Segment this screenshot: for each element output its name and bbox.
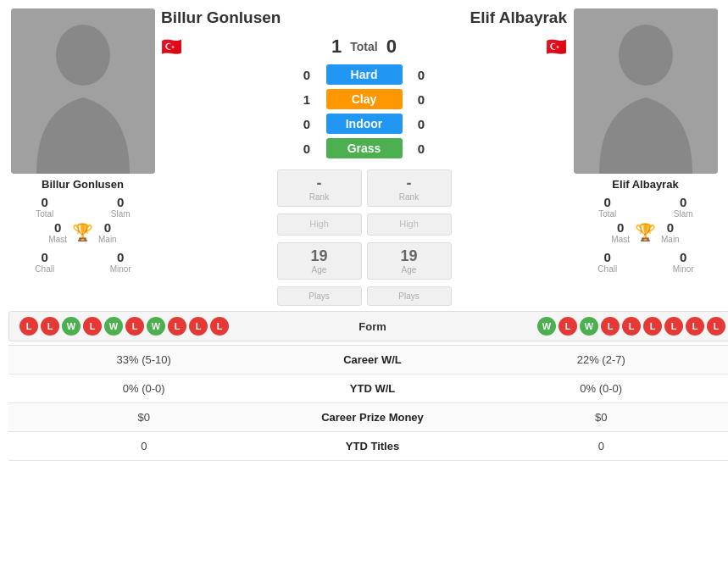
- ytd-wl-row: 0% (0-0) YTD W/L 0% (0-0): [8, 374, 728, 403]
- form-badge: L: [19, 317, 38, 336]
- player2-title: Elif Albayrak: [364, 8, 572, 27]
- player1-minor-stat: 0 Minor: [85, 250, 158, 274]
- player1-sub-stats: 0 Total 0 Slam: [8, 195, 157, 219]
- left-player-col: Billur Gonlusen 0 Total 0 Slam 0 Mast 🏆: [8, 8, 157, 306]
- player2-total-score: 0: [386, 36, 397, 58]
- player1-form-badges: LLWLWLWLLL: [19, 317, 322, 336]
- player2-form-badges: WLWLLLLLL: [424, 317, 726, 336]
- surface-table: 0 Hard 0 1 Clay 0 0 Indoor 0 0 Grass: [157, 64, 571, 163]
- career-wl-left: 33% (5-10): [8, 346, 280, 374]
- player1-rank-card: - Rank: [277, 169, 362, 207]
- player1-trophy-icon: 🏆: [72, 222, 93, 242]
- player2-total-stat: 0 Total: [571, 195, 644, 219]
- player1-title: Billur Gonlusen: [157, 8, 364, 27]
- player2-photo: [574, 8, 718, 174]
- titles-right: 0: [466, 432, 729, 460]
- form-label: Form: [322, 320, 424, 333]
- career-wl-row: 33% (5-10) Career W/L 22% (2-7): [8, 346, 728, 374]
- form-badge: W: [537, 317, 556, 336]
- bottom-stats: 33% (5-10) Career W/L 22% (2-7) 0% (0-0)…: [8, 345, 728, 461]
- player2-main-stat: 0 Main: [661, 220, 680, 244]
- form-badge: L: [189, 317, 208, 336]
- player2-chall-stat: 0 Chall: [571, 250, 644, 274]
- indoor-badge: Indoor: [326, 114, 403, 134]
- player1-total-stat: 0 Total: [8, 195, 81, 219]
- svg-point-3: [619, 25, 673, 86]
- player2-trophy-row: 0 Mast 🏆 0 Main: [611, 220, 679, 244]
- prize-label: Career Prize Money: [280, 403, 466, 431]
- form-badge: L: [643, 317, 662, 336]
- form-badge: L: [707, 317, 725, 336]
- grass-row: 0 Grass 0: [157, 138, 571, 158]
- player1-slam-stat: 0 Slam: [85, 195, 158, 219]
- clay-badge: Clay: [326, 89, 403, 109]
- player1-photo: [11, 8, 155, 174]
- form-badge: L: [125, 317, 144, 336]
- ytd-wl-label: YTD W/L: [280, 374, 466, 402]
- mid-col: Billur Gonlusen Elif Albayrak 🇹🇷 1 Total…: [157, 8, 571, 306]
- player2-rank-card: - Rank: [367, 169, 452, 207]
- form-badge: W: [580, 317, 598, 336]
- hard-badge: Hard: [326, 64, 403, 85]
- player1-clay-score: 1: [297, 92, 318, 107]
- form-badge: L: [686, 317, 704, 336]
- form-badge: L: [210, 317, 229, 336]
- indoor-row: 0 Indoor 0: [157, 114, 571, 134]
- main-container: Billur Gonlusen 0 Total 0 Slam 0 Mast 🏆: [0, 0, 728, 461]
- player1-bottom-stats: 0 Chall 0 Minor: [8, 250, 157, 274]
- right-player-col: Elif Albayrak 0 Total 0 Slam 0 Mast 🏆: [571, 8, 720, 306]
- form-badge: W: [147, 317, 165, 336]
- player2-grass-score: 0: [411, 141, 432, 156]
- header-area: Billur Gonlusen 0 Total 0 Slam 0 Mast 🏆: [0, 0, 728, 306]
- player2-trophy-icon: 🏆: [635, 222, 656, 242]
- form-badge: L: [664, 317, 683, 336]
- player1-chall-stat: 0 Chall: [8, 250, 81, 274]
- player2-slam-stat: 0 Slam: [647, 195, 720, 219]
- player2-name-under: Elif Albayrak: [612, 178, 678, 191]
- plays-stats-row: Plays Plays: [157, 286, 571, 306]
- player2-high-card: High: [367, 214, 452, 236]
- form-badge: L: [622, 317, 641, 336]
- player1-grass-score: 0: [297, 141, 318, 156]
- mid-stats-row: - Rank - Rank: [157, 169, 571, 207]
- age-stats-row: 19 Age 19 Age: [157, 242, 571, 280]
- player1-age-card: 19 Age: [277, 242, 362, 280]
- player2-flag: 🇹🇷: [546, 36, 567, 57]
- ytd-wl-left: 0% (0-0): [8, 374, 280, 402]
- titles-label: YTD Titles: [280, 432, 466, 460]
- player1-high-card: High: [277, 214, 362, 236]
- player2-sub-stats: 0 Total 0 Slam: [571, 195, 720, 219]
- form-badge: L: [83, 317, 102, 336]
- prize-row: $0 Career Prize Money $0: [8, 403, 728, 432]
- player1-trophy-row: 0 Mast 🏆 0 Main: [48, 220, 116, 244]
- player2-plays-card: Plays: [367, 286, 452, 306]
- career-wl-label: Career W/L: [280, 346, 466, 374]
- player1-name-under: Billur Gonlusen: [42, 178, 124, 191]
- player1-plays-card: Plays: [277, 286, 362, 306]
- player2-age-card: 19 Age: [367, 242, 452, 280]
- player2-mast-stat: 0 Mast: [611, 220, 630, 244]
- form-badge: L: [601, 317, 620, 336]
- total-label: Total: [350, 40, 377, 53]
- titles-row: 0 YTD Titles 0: [8, 432, 728, 461]
- titles-left: 0: [8, 432, 280, 460]
- svg-point-1: [56, 25, 110, 86]
- form-section: LLWLWLWLLL Form WLWLLLLLL: [8, 311, 728, 341]
- player1-indoor-score: 0: [297, 117, 318, 131]
- player2-indoor-score: 0: [411, 117, 432, 131]
- player1-hard-score: 0: [297, 68, 318, 82]
- career-wl-right: 22% (2-7): [466, 346, 729, 374]
- player2-minor-stat: 0 Minor: [647, 250, 720, 274]
- player2-bottom-stats: 0 Chall 0 Minor: [571, 250, 720, 274]
- hard-row: 0 Hard 0: [157, 64, 571, 85]
- form-badge: L: [41, 317, 59, 336]
- player1-flag: 🇹🇷: [161, 36, 182, 57]
- player2-clay-score: 0: [411, 92, 432, 107]
- player2-hard-score: 0: [411, 68, 432, 82]
- prize-left: $0: [8, 403, 280, 431]
- form-badge: L: [168, 317, 186, 336]
- player1-main-stat: 0 Main: [98, 220, 117, 244]
- prize-right: $0: [466, 403, 729, 431]
- player1-total-score: 1: [331, 36, 342, 58]
- grass-badge: Grass: [326, 138, 403, 158]
